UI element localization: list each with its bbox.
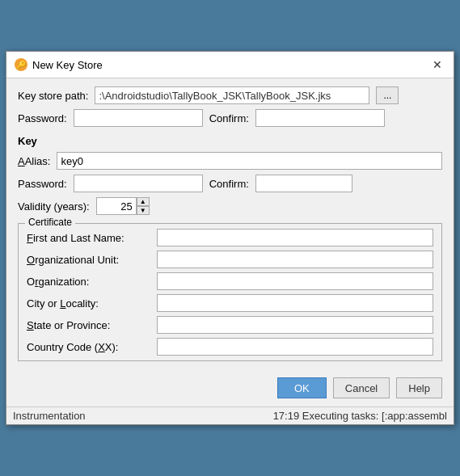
- cert-label-city: City or Locality:: [27, 297, 152, 310]
- help-button[interactable]: Help: [396, 377, 442, 398]
- keystore-path-label: Key store path:: [18, 90, 88, 102]
- title-bar-left: 🔑 New Key Store: [15, 58, 103, 71]
- dialog-footer: OK Cancel Help: [6, 369, 454, 406]
- city-input[interactable]: [157, 294, 433, 312]
- browse-button[interactable]: ...: [376, 86, 399, 104]
- confirm-label: Confirm:: [209, 112, 249, 124]
- dialog-title: New Key Store: [32, 59, 103, 71]
- dialog-body: Key store path: ... Password: Confirm: K…: [6, 78, 454, 369]
- key-password-label: Password:: [18, 178, 67, 190]
- alias-input[interactable]: [57, 152, 442, 170]
- spinner-down-button[interactable]: ▼: [137, 206, 150, 215]
- cert-label-state: State or Province:: [27, 319, 152, 331]
- cert-label-org-unit: Organizational Unit:: [27, 254, 152, 266]
- confirm-input[interactable]: [255, 109, 385, 127]
- cert-label-country: Country Code (XX):: [27, 341, 152, 353]
- cert-row-first-last: First and Last Name:: [27, 229, 433, 246]
- statusbar: Instrumentation 17:19 Executing tasks: […: [6, 406, 454, 424]
- title-bar: 🔑 New Key Store ✕: [6, 52, 454, 78]
- close-button[interactable]: ✕: [429, 57, 445, 73]
- password-label: Password:: [18, 112, 67, 124]
- cert-row-org: Organization:: [27, 272, 433, 290]
- password-input[interactable]: [74, 109, 203, 127]
- keystore-path-row: Key store path: ...: [18, 86, 442, 104]
- country-code-input[interactable]: [157, 338, 433, 356]
- cert-row-org-unit: Organizational Unit:: [27, 251, 433, 268]
- key-store-icon: 🔑: [15, 58, 27, 71]
- key-password-input[interactable]: [74, 175, 203, 192]
- key-password-row: Password: Confirm:: [18, 175, 442, 192]
- cert-row-city: City or Locality:: [27, 294, 433, 312]
- alias-row: AAlias:: [18, 152, 442, 170]
- validity-spinner: ▲ ▼: [96, 197, 150, 215]
- cert-label-first-last: First and Last Name:: [27, 232, 152, 244]
- certificate-legend: Certificate: [25, 217, 75, 228]
- state-input[interactable]: [157, 316, 433, 334]
- status-left: Instrumentation: [13, 410, 265, 422]
- keystore-path-input[interactable]: [95, 86, 369, 104]
- spinner-up-button[interactable]: ▲: [137, 197, 150, 206]
- cert-row-country: Country Code (XX):: [27, 338, 433, 356]
- key-confirm-label: Confirm:: [209, 178, 249, 190]
- validity-label: Validity (years):: [18, 200, 90, 213]
- status-right: 17:19 Executing tasks: [:app:assembl: [273, 410, 447, 422]
- ok-button[interactable]: OK: [277, 377, 327, 398]
- first-last-name-input[interactable]: [157, 229, 433, 246]
- spinner-buttons: ▲ ▼: [137, 197, 150, 215]
- cert-row-state: State or Province:: [27, 316, 433, 334]
- new-key-store-dialog: 🔑 New Key Store ✕ Key store path: ... Pa…: [6, 51, 454, 425]
- key-section-label: Key: [18, 135, 442, 147]
- validity-row: Validity (years): ▲ ▼: [18, 197, 442, 215]
- key-confirm-input[interactable]: [255, 175, 352, 192]
- org-unit-input[interactable]: [157, 251, 433, 268]
- password-row: Password: Confirm:: [18, 109, 442, 127]
- certificate-group: Certificate First and Last Name: Organiz…: [18, 223, 442, 361]
- organization-input[interactable]: [157, 272, 433, 290]
- alias-label: AAlias:: [18, 155, 50, 167]
- cancel-button[interactable]: Cancel: [333, 377, 390, 398]
- cert-label-org: Organization:: [27, 276, 152, 288]
- validity-input[interactable]: [96, 197, 137, 215]
